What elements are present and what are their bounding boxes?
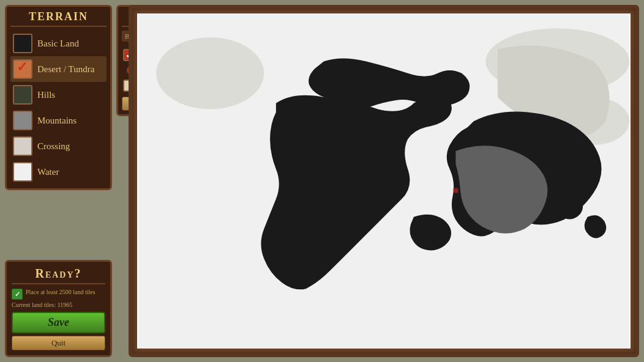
terrain-label-basic-land: Basic Land xyxy=(37,39,79,49)
terrain-label-mountains: Mountains xyxy=(37,116,77,126)
map-canvas[interactable] xyxy=(137,13,631,349)
terrain-swatch-basic-land xyxy=(13,34,32,53)
ready-tiles-count: Current land tiles: 11965 xyxy=(12,301,105,308)
terrain-panel: Terrain Basic Land Desert / Tundra Hills… xyxy=(5,5,112,190)
quit-button[interactable]: Quit xyxy=(12,336,105,350)
terrain-item-basic-land[interactable]: Basic Land xyxy=(10,31,107,56)
terrain-item-hills[interactable]: Hills xyxy=(10,82,107,108)
terrain-label-hills: Hills xyxy=(37,90,55,100)
terrain-swatch-crossing xyxy=(13,136,32,156)
map-area[interactable] xyxy=(129,5,639,357)
terrain-item-desert-tundra[interactable]: Desert / Tundra xyxy=(10,56,107,82)
terrain-swatch-mountains xyxy=(13,111,32,130)
ready-check-icon xyxy=(12,289,23,300)
save-button[interactable]: Save xyxy=(12,312,105,333)
svg-rect-4 xyxy=(454,188,459,193)
ready-panel: Ready? Place at least 2500 land tiles Cu… xyxy=(5,260,112,357)
terrain-swatch-desert-tundra xyxy=(13,59,32,79)
svg-point-1 xyxy=(156,37,264,109)
terrain-swatch-water xyxy=(13,162,32,182)
map-svg xyxy=(137,13,631,349)
terrain-item-water[interactable]: Water xyxy=(10,159,107,185)
terrain-item-mountains[interactable]: Mountains xyxy=(10,108,107,133)
ready-check-row: Place at least 2500 land tiles xyxy=(12,288,105,300)
ready-title: Ready? xyxy=(12,267,105,284)
terrain-swatch-hills xyxy=(13,85,32,105)
terrain-title: Terrain xyxy=(10,10,107,27)
terrain-label-water: Water xyxy=(37,167,59,177)
terrain-item-crossing[interactable]: Crossing xyxy=(10,133,107,159)
terrain-label-crossing: Crossing xyxy=(37,141,70,152)
terrain-label-desert-tundra: Desert / Tundra xyxy=(37,64,94,75)
ready-check-text: Place at least 2500 land tiles xyxy=(26,288,95,296)
